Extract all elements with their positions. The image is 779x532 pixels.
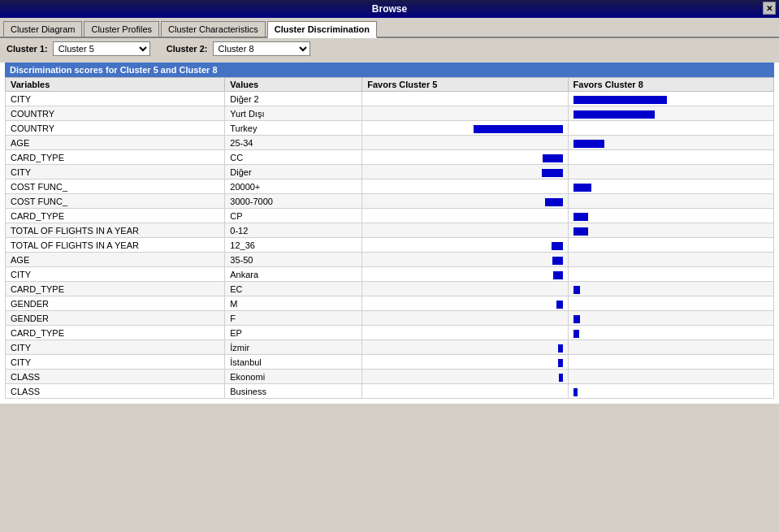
tabs-bar: Cluster Diagram Cluster Profiles Cluster…	[0, 18, 779, 38]
table-row: Ekonomi	[225, 370, 362, 384]
bar-cell-favors1	[362, 340, 568, 355]
table-row: COUNTRY	[6, 121, 225, 136]
cluster1-group: Cluster 1: Cluster 5 Cluster 1 Cluster 2…	[6, 41, 150, 56]
bar-cell-favors1	[362, 150, 568, 165]
col-header-variables: Variables	[6, 78, 225, 92]
bar-cell-favors1	[362, 238, 568, 253]
bar-cell-favors1	[362, 179, 568, 194]
table-row: COST FUNC_	[6, 179, 225, 194]
bar-cell-favors2	[568, 150, 773, 165]
table-row: İzmir	[225, 340, 362, 355]
bar-cell-favors2	[568, 267, 773, 282]
table-row: AGE	[6, 253, 225, 267]
col-header-favors2: Favors Cluster 8	[568, 78, 773, 92]
bar-cell-favors2	[568, 340, 773, 355]
close-button[interactable]: ✕	[763, 2, 776, 15]
discrimination-table: Variables Values Favors Cluster 5 Favors…	[5, 77, 774, 399]
table-row: Yurt Dışı	[225, 106, 362, 121]
cluster1-select[interactable]: Cluster 5 Cluster 1 Cluster 2 Cluster 3 …	[53, 41, 150, 56]
bar-cell-favors2	[568, 253, 773, 267]
cluster1-label: Cluster 1:	[6, 44, 48, 54]
bar-cell-favors2	[568, 282, 773, 296]
table-row: M	[225, 296, 362, 311]
table-row: CC	[225, 150, 362, 165]
table-row: GENDER	[6, 311, 225, 326]
table-row: Diğer	[225, 165, 362, 179]
table-row: COUNTRY	[6, 106, 225, 121]
cluster2-label: Cluster 2:	[167, 44, 208, 54]
bar-cell-favors2	[568, 326, 773, 340]
close-icon: ✕	[766, 4, 773, 13]
bar-cell-favors1	[362, 136, 568, 150]
table-row: CARD_TYPE	[6, 150, 225, 165]
bar-cell-favors1	[362, 311, 568, 326]
bar-cell-favors2	[568, 194, 773, 209]
bar-cell-favors1	[362, 370, 568, 384]
table-row: GENDER	[6, 296, 225, 311]
table-row: 3000-7000	[225, 194, 362, 209]
table-row: CITY	[6, 355, 225, 370]
table-row: CITY	[6, 340, 225, 355]
table-row: CARD_TYPE	[6, 326, 225, 340]
table-row: AGE	[6, 136, 225, 150]
cluster2-group: Cluster 2: Cluster 8 Cluster 1 Cluster 2…	[167, 41, 310, 56]
table-row: CLASS	[6, 384, 225, 399]
bar-cell-favors1	[362, 194, 568, 209]
bar-cell-favors1	[362, 223, 568, 238]
bar-cell-favors1	[362, 92, 568, 106]
table-row: Turkey	[225, 121, 362, 136]
title-bar: Browse ✕	[0, 0, 779, 18]
table-row: EP	[225, 326, 362, 340]
bar-cell-favors1	[362, 296, 568, 311]
discrimination-header: Discrimination scores for Cluster 5 and …	[5, 63, 774, 77]
col-header-favors1: Favors Cluster 5	[362, 78, 568, 92]
table-row: CARD_TYPE	[6, 209, 225, 223]
table-row: CP	[225, 209, 362, 223]
table-row: 25-34	[225, 136, 362, 150]
bar-cell-favors1	[362, 106, 568, 121]
bar-cell-favors2	[568, 355, 773, 370]
main-content: Cluster 1: Cluster 5 Cluster 1 Cluster 2…	[0, 38, 779, 404]
bar-cell-favors1	[362, 165, 568, 179]
bar-cell-favors2	[568, 92, 773, 106]
table-row: TOTAL OF FLIGHTS IN A YEAR	[6, 223, 225, 238]
table-row: CLASS	[6, 370, 225, 384]
table-row: CITY	[6, 92, 225, 106]
table-row: İstanbul	[225, 355, 362, 370]
table-row: 35-50	[225, 253, 362, 267]
table-row: 20000+	[225, 179, 362, 194]
tab-cluster-discrimination[interactable]: Cluster Discrimination	[267, 21, 377, 38]
tab-cluster-characteristics[interactable]: Cluster Characteristics	[161, 21, 266, 37]
bar-cell-favors2	[568, 209, 773, 223]
bar-cell-favors2	[568, 223, 773, 238]
table-row: Business	[225, 384, 362, 399]
tab-cluster-diagram[interactable]: Cluster Diagram	[3, 21, 82, 37]
table-row: 0-12	[225, 223, 362, 238]
bar-cell-favors1	[362, 121, 568, 136]
bar-cell-favors2	[568, 136, 773, 150]
bar-cell-favors1	[362, 355, 568, 370]
table-row: CARD_TYPE	[6, 282, 225, 296]
bar-cell-favors2	[568, 165, 773, 179]
bar-cell-favors1	[362, 326, 568, 340]
tab-cluster-profiles[interactable]: Cluster Profiles	[84, 21, 159, 37]
bar-cell-favors1	[362, 384, 568, 399]
table-row: Diğer 2	[225, 92, 362, 106]
bar-cell-favors2	[568, 106, 773, 121]
table-row: Ankara	[225, 267, 362, 282]
controls-row: Cluster 1: Cluster 5 Cluster 1 Cluster 2…	[0, 38, 779, 59]
bar-cell-favors2	[568, 384, 773, 399]
bar-cell-favors2	[568, 238, 773, 253]
bar-cell-favors2	[568, 311, 773, 326]
cluster2-select[interactable]: Cluster 8 Cluster 1 Cluster 2 Cluster 3 …	[213, 41, 310, 56]
bar-cell-favors2	[568, 121, 773, 136]
bar-cell-favors2	[568, 370, 773, 384]
bar-cell-favors1	[362, 282, 568, 296]
bar-cell-favors2	[568, 179, 773, 194]
bar-cell-favors2	[568, 296, 773, 311]
bar-cell-favors1	[362, 209, 568, 223]
col-header-values: Values	[225, 78, 362, 92]
table-row: TOTAL OF FLIGHTS IN A YEAR	[6, 238, 225, 253]
table-row: EC	[225, 282, 362, 296]
table-row: COST FUNC_	[6, 194, 225, 209]
